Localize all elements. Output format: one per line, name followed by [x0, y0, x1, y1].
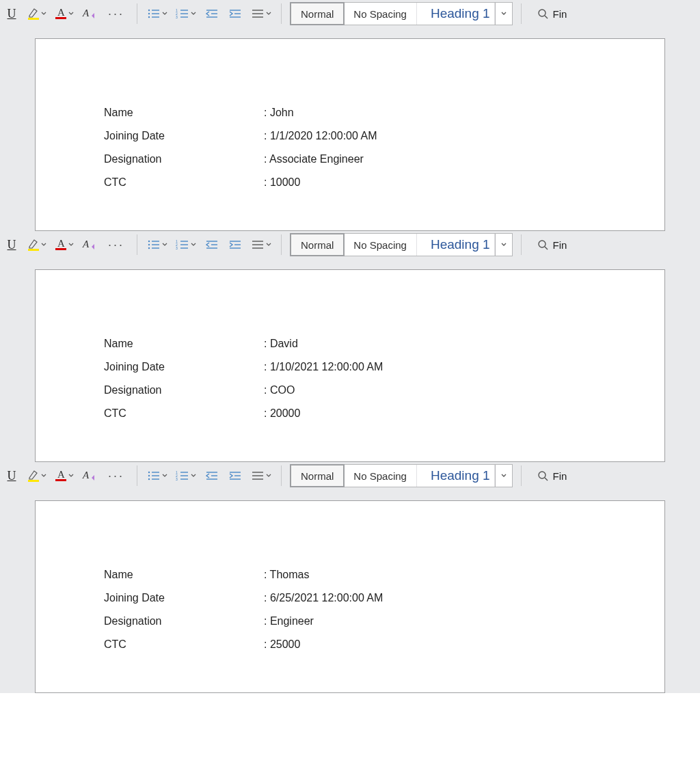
- font-color-icon: A: [55, 7, 67, 21]
- find-label[interactable]: Fin: [553, 8, 567, 20]
- style-heading1[interactable]: Heading 1: [417, 465, 495, 487]
- style-normal[interactable]: Normal: [290, 233, 345, 256]
- more-format-button[interactable]: ···: [104, 467, 129, 485]
- style-heading1[interactable]: Heading 1: [417, 3, 495, 25]
- style-normal[interactable]: Normal: [290, 464, 345, 487]
- svg-text:A: A: [57, 238, 65, 249]
- highlight-icon: [27, 469, 40, 483]
- decrease-indent-button[interactable]: [203, 5, 221, 23]
- style-no-spacing[interactable]: No Spacing: [344, 3, 417, 25]
- styles-more-button[interactable]: [495, 234, 512, 256]
- toolbar: U A A: [0, 462, 700, 489]
- bullets-button[interactable]: [146, 467, 169, 485]
- search-icon: [537, 470, 549, 482]
- page-area: Name John Joining Date 1/1/2020 12:00:00…: [0, 27, 700, 231]
- page-area: Name David Joining Date 1/10/2021 12:00:…: [0, 258, 700, 462]
- label-joining-date: Joining Date: [104, 593, 264, 604]
- text-effects-icon: A: [82, 7, 97, 21]
- styles-gallery: Normal No Spacing Heading 1: [290, 233, 513, 256]
- label-designation: Designation: [104, 154, 264, 165]
- numbering-icon: 1 2 3: [176, 8, 189, 19]
- font-color-icon: A: [55, 469, 67, 483]
- decrease-indent-button[interactable]: [203, 236, 221, 254]
- font-color-button[interactable]: A: [53, 467, 75, 485]
- label-name: Name: [104, 338, 264, 349]
- text-effects-button[interactable]: A: [81, 467, 98, 485]
- bullets-icon: [147, 239, 161, 250]
- svg-text:A: A: [57, 469, 65, 480]
- label-ctc: CTC: [104, 408, 264, 419]
- separator: [281, 234, 282, 255]
- label-name: Name: [104, 569, 264, 580]
- increase-indent-button[interactable]: [226, 236, 244, 254]
- svg-text:A: A: [82, 470, 90, 481]
- increase-indent-button[interactable]: [226, 5, 244, 23]
- find-label[interactable]: Fin: [553, 239, 567, 251]
- underline-button[interactable]: U: [3, 236, 21, 254]
- align-button[interactable]: [250, 467, 273, 485]
- chevron-down-icon: [162, 242, 167, 247]
- find-label[interactable]: Fin: [553, 470, 567, 482]
- field-ctc: CTC 25000: [104, 639, 630, 650]
- svg-point-31: [148, 241, 150, 242]
- underline-button[interactable]: U: [3, 467, 21, 485]
- text-effects-button[interactable]: A: [81, 236, 98, 254]
- numbering-button[interactable]: 1 2 3: [174, 467, 198, 485]
- style-no-spacing[interactable]: No Spacing: [344, 465, 417, 487]
- font-color-button[interactable]: A: [53, 236, 75, 254]
- value-ctc: 25000: [264, 639, 300, 650]
- text-effects-icon: A: [82, 469, 97, 483]
- find-group: Fin: [530, 239, 567, 251]
- more-format-button[interactable]: ···: [104, 5, 129, 23]
- styles-more-button[interactable]: [495, 3, 512, 25]
- style-normal[interactable]: Normal: [290, 2, 345, 25]
- editor-panel: U A A: [0, 462, 700, 693]
- svg-rect-27: [28, 249, 39, 251]
- svg-rect-29: [55, 248, 66, 250]
- document-page[interactable]: Name David Joining Date 1/10/2021 12:00:…: [35, 269, 665, 462]
- field-ctc: CTC 10000: [104, 177, 630, 188]
- document-page[interactable]: Name John Joining Date 1/1/2020 12:00:00…: [35, 38, 665, 231]
- field-designation: Designation Associate Engineer: [104, 154, 630, 165]
- numbering-button[interactable]: 1 2 3: [174, 236, 198, 254]
- field-name: Name John: [104, 107, 630, 118]
- svg-rect-0: [28, 18, 39, 20]
- value-ctc: 10000: [264, 177, 300, 188]
- document-body: Name John Joining Date 1/1/2020 12:00:00…: [36, 39, 664, 188]
- increase-indent-button[interactable]: [226, 467, 244, 485]
- bullets-button[interactable]: [146, 236, 169, 254]
- decrease-indent-button[interactable]: [203, 467, 221, 485]
- align-icon: [251, 470, 265, 481]
- chevron-down-icon: [191, 473, 196, 478]
- value-name: David: [264, 338, 298, 349]
- svg-text:3: 3: [176, 246, 178, 250]
- label-ctc: CTC: [104, 177, 264, 188]
- chevron-down-icon: [266, 242, 271, 247]
- styles-more-button[interactable]: [495, 465, 512, 487]
- highlight-color-button[interactable]: [26, 5, 48, 23]
- label-designation: Designation: [104, 616, 264, 627]
- label-ctc: CTC: [104, 639, 264, 650]
- separator: [521, 465, 522, 486]
- separator: [521, 234, 522, 255]
- document-body: Name David Joining Date 1/10/2021 12:00:…: [36, 270, 664, 419]
- chevron-down-icon: [41, 473, 46, 478]
- style-heading1[interactable]: Heading 1: [417, 234, 495, 256]
- highlight-color-button[interactable]: [26, 467, 48, 485]
- bullets-button[interactable]: [146, 5, 169, 23]
- font-color-button[interactable]: A: [53, 5, 75, 23]
- document-page[interactable]: Name Thomas Joining Date 6/25/2021 12:00…: [35, 500, 665, 693]
- align-button[interactable]: [250, 5, 273, 23]
- more-format-button[interactable]: ···: [104, 236, 129, 254]
- text-effects-button[interactable]: A: [81, 5, 98, 23]
- svg-point-25: [539, 10, 546, 16]
- style-no-spacing[interactable]: No Spacing: [344, 234, 417, 256]
- chevron-down-icon: [162, 473, 167, 478]
- underline-button[interactable]: U: [3, 5, 21, 23]
- value-name: Thomas: [264, 569, 309, 580]
- svg-point-52: [539, 241, 546, 247]
- svg-point-4: [148, 10, 150, 11]
- highlight-color-button[interactable]: [26, 236, 48, 254]
- align-button[interactable]: [250, 236, 273, 254]
- numbering-button[interactable]: 1 2 3: [174, 5, 198, 23]
